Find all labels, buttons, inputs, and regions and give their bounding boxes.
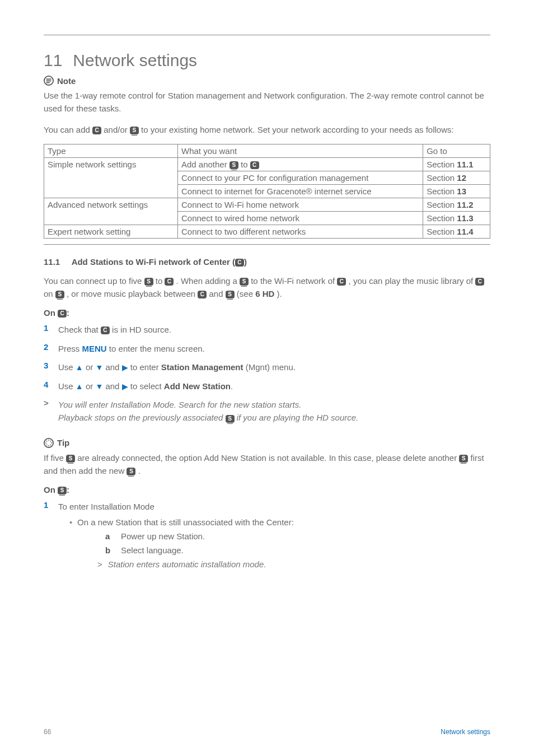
th-goto: Go to [423, 144, 490, 157]
step-number: 1 [44, 323, 50, 333]
note-icon [44, 76, 54, 86]
cell-type: Advanced network settings [44, 198, 178, 225]
tip-icon [44, 438, 54, 448]
chapter-number: 11 [44, 51, 68, 70]
list-item: 3 Use ▲ or ▼ and ▶ to enter Station Mana… [44, 361, 490, 374]
svg-rect-1 [46, 78, 51, 80]
cell-what: Connect to wired home network [177, 211, 423, 225]
cell-what: Connect to Wi-Fi home network [177, 198, 423, 211]
station-badge-icon: S [144, 278, 153, 286]
sub-bullet-list: On a new Station that is still unassocia… [58, 516, 490, 571]
svg-point-5 [48, 440, 49, 441]
note-text-2b: and/or [104, 125, 130, 134]
cell-goto: Section 11.1 [423, 157, 490, 171]
table-row: Expert network setting Connect to two di… [44, 225, 490, 238]
cell-what: Connect to internet for Gracenote® inter… [177, 184, 423, 198]
note-text-2a: You can add [44, 125, 92, 134]
on-s-steps: 1 To enter Installation Mode On a new St… [44, 500, 490, 573]
list-item: On a new Station that is still unassocia… [69, 516, 490, 571]
top-rule [44, 35, 490, 35]
tip-heading: Tip [44, 438, 69, 448]
right-arrow-icon: ▶ [122, 363, 128, 372]
chapter-title-text: Network settings [73, 51, 197, 69]
section-heading-11-1: 11.1 Add Stations to Wi-Fi network of Ce… [44, 257, 490, 267]
down-arrow-icon: ▼ [95, 363, 103, 372]
page-footer: 66 Network settings [44, 728, 490, 736]
footer-section: Network settings [441, 728, 490, 736]
center-badge-icon: C [165, 278, 174, 286]
cell-type: Expert network setting [44, 225, 178, 238]
cell-what: Connect to two different networks [177, 225, 423, 238]
cell-type: Simple network settings [44, 157, 178, 198]
cell-goto: Section 11.3 [423, 211, 490, 225]
note-text-1: Use the 1-way remote control for Station… [44, 89, 490, 115]
station-badge-icon: S [229, 161, 238, 169]
center-badge-icon: C [337, 278, 346, 286]
table-row: Simple network settings Add another S to… [44, 157, 490, 171]
cell-what: Add another S to C [177, 157, 423, 171]
note-label: Note [57, 76, 76, 86]
svg-point-9 [46, 440, 48, 441]
note-heading: Note [44, 76, 76, 86]
th-what: What you want [177, 144, 423, 157]
station-badge-icon: S [127, 468, 135, 475]
station-badge-icon: S [58, 487, 67, 494]
tip-label: Tip [57, 438, 69, 447]
list-item: 2 Press MENU to enter the menu screen. [44, 342, 490, 355]
station-badge-icon: S [130, 127, 139, 134]
chapter-title: 11 Network settings [44, 51, 490, 70]
center-badge-icon: C [92, 127, 101, 134]
letter-list: aPower up new Station. bSelect language. [77, 530, 490, 557]
cell-goto: Section 11.4 [423, 225, 490, 238]
th-type: Type [44, 144, 178, 157]
up-arrow-icon: ▲ [76, 382, 83, 391]
section-11-1-intro: You can connect up to five S to C . When… [44, 274, 490, 301]
result-marker: > [44, 398, 50, 408]
station-badge-icon: S [226, 415, 235, 423]
step-number: 1 [44, 500, 50, 510]
table-rule [44, 244, 490, 245]
svg-point-8 [51, 442, 52, 444]
svg-point-7 [45, 442, 46, 444]
center-badge-icon: C [101, 326, 110, 334]
on-c-steps: 1 Check that C is in HD source. 2 Press … [44, 323, 490, 424]
center-badge-icon: C [250, 161, 259, 169]
list-item: bSelect language. [97, 544, 490, 557]
cell-goto: Section 13 [423, 184, 490, 198]
svg-rect-3 [46, 82, 50, 83]
station-badge-icon: S [226, 291, 235, 298]
station-badge-icon: S [55, 291, 64, 298]
list-item: 1 Check that C is in HD source. [44, 323, 490, 336]
svg-point-6 [48, 445, 49, 446]
station-badge-icon: S [66, 455, 75, 463]
list-item: > You will enter Installation Mode. Sear… [44, 398, 490, 424]
list-item: 4 Use ▲ or ▼ and ▶ to select Add New Sta… [44, 380, 490, 393]
svg-rect-2 [46, 81, 51, 82]
step-number: 4 [44, 380, 50, 389]
result-line: > Station enters automatic installation … [77, 558, 490, 571]
on-s-label: On S: [44, 485, 490, 494]
step-number: 3 [44, 361, 50, 370]
right-arrow-icon: ▶ [122, 382, 128, 391]
down-arrow-icon: ▼ [95, 382, 103, 391]
station-badge-icon: S [459, 455, 468, 463]
center-badge-icon: C [475, 278, 484, 286]
station-badge-icon: S [240, 278, 249, 286]
config-table: Type What you want Go to Simple network … [44, 144, 490, 239]
svg-point-12 [50, 444, 51, 445]
table-row: Type What you want Go to [44, 144, 490, 157]
cell-goto: Section 12 [423, 171, 490, 184]
center-badge-icon: C [235, 259, 244, 267]
page-number: 66 [44, 728, 51, 736]
cell-goto: Section 11.2 [423, 198, 490, 211]
center-badge-icon: C [58, 310, 67, 318]
cell-what: Connect to your PC for configuration man… [177, 171, 423, 184]
note-text-2c: to your existing home network. Set your … [141, 125, 454, 134]
svg-point-11 [46, 444, 48, 445]
svg-point-10 [50, 440, 51, 441]
list-item: 1 To enter Installation Mode On a new St… [44, 500, 490, 573]
center-badge-icon: C [198, 291, 207, 298]
tip-text: If five S are already connected, the opt… [44, 451, 490, 478]
on-c-label: On C: [44, 308, 490, 318]
note-text-2: You can add C and/or S to your existing … [44, 123, 490, 136]
